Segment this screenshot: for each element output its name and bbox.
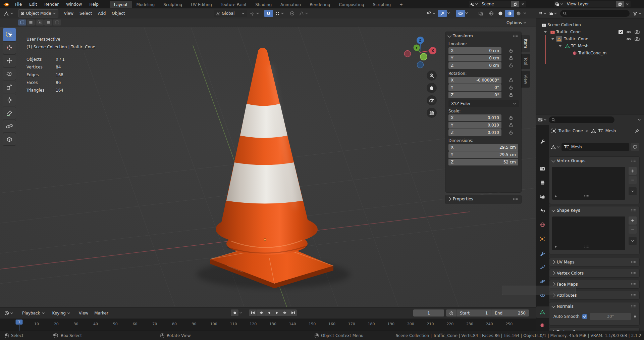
- select-mode-extend-button[interactable]: [53, 19, 61, 26]
- proportional-falloff-dropdown[interactable]: [297, 10, 310, 17]
- tool-select-box[interactable]: [3, 28, 16, 41]
- properties-subpanel[interactable]: Properties: [445, 195, 521, 204]
- panel-grip-icon[interactable]: [631, 305, 637, 308]
- hide-eye-icon[interactable]: [626, 30, 631, 34]
- shading-rendered-button[interactable]: [514, 10, 523, 17]
- camera-view-button[interactable]: [427, 95, 437, 105]
- remove-vertex-group-button[interactable]: [629, 176, 637, 184]
- lock-icon[interactable]: [509, 85, 513, 90]
- jump-to-previous-keyframe-button[interactable]: [257, 309, 265, 316]
- tab-physics-properties[interactable]: [536, 276, 549, 287]
- view-layer-icon[interactable]: [554, 2, 564, 6]
- view-menu[interactable]: View: [76, 311, 91, 315]
- panel-grip-icon[interactable]: [513, 198, 519, 200]
- object-menu[interactable]: Object: [109, 11, 128, 16]
- display-mode-button[interactable]: [547, 12, 558, 15]
- outliner-row-scene-collection[interactable]: Scene Collection: [536, 21, 644, 28]
- lock-icon[interactable]: [509, 130, 513, 135]
- tab-output-properties[interactable]: [536, 177, 549, 188]
- delete-scene-button[interactable]: [519, 1, 526, 7]
- new-scene-button[interactable]: [511, 1, 519, 7]
- collection-checkbox[interactable]: [619, 30, 623, 34]
- editor-type-button[interactable]: [536, 118, 549, 122]
- workspace-tab-animation[interactable]: Animation: [276, 1, 305, 8]
- tab-scene-properties[interactable]: [536, 204, 549, 216]
- outliner-row-mesh-tc-mesh[interactable]: TC_Mesh: [536, 43, 644, 49]
- workspace-tab-scripting[interactable]: Scripting: [369, 1, 395, 8]
- tool-rotate[interactable]: [3, 67, 16, 80]
- lock-icon[interactable]: [509, 93, 513, 97]
- add-workspace-button[interactable]: +: [395, 1, 407, 8]
- render-visibility-camera-icon[interactable]: [635, 30, 640, 34]
- tool-transform[interactable]: [3, 94, 16, 106]
- tool-scale[interactable]: [3, 81, 16, 93]
- panel-grip-icon[interactable]: [631, 294, 637, 297]
- toggle-xray-button[interactable]: [476, 10, 486, 17]
- snap-target-dropdown[interactable]: [273, 10, 286, 17]
- shape-keys-list[interactable]: [552, 216, 625, 250]
- rotation-x-field[interactable]: X-0.000003°: [448, 77, 501, 84]
- select-mode-circle-button[interactable]: [36, 19, 44, 26]
- scale-z-field[interactable]: Z0.010: [448, 129, 501, 136]
- dimensions-z-field[interactable]: Z52 cm: [448, 159, 518, 165]
- select-menu[interactable]: Select: [76, 11, 95, 16]
- vertex-groups-list[interactable]: [552, 167, 625, 200]
- scene-icon[interactable]: [469, 2, 479, 6]
- show-overlays-toggle[interactable]: [456, 10, 465, 17]
- expand-arrow-icon[interactable]: [544, 31, 547, 33]
- menu-help[interactable]: Help: [86, 0, 102, 8]
- shape-keys-header[interactable]: Shape Keys: [549, 206, 639, 214]
- current-frame-field[interactable]: 1: [413, 309, 444, 317]
- tab-particle-properties[interactable]: [536, 261, 549, 273]
- workspace-tab-modeling[interactable]: Modeling: [132, 1, 159, 8]
- lock-icon[interactable]: [509, 123, 513, 128]
- workspace-tab-compositing[interactable]: Compositing: [334, 1, 368, 8]
- tool-annotate[interactable]: [3, 107, 16, 119]
- jump-to-next-keyframe-button[interactable]: [281, 309, 289, 316]
- lock-icon[interactable]: [509, 78, 513, 83]
- npanel-tab-tool[interactable]: Tool: [521, 54, 530, 69]
- gizmo-y-negative-axis[interactable]: [420, 53, 427, 60]
- lock-icon[interactable]: [509, 115, 513, 120]
- workspace-tab-texture-paint[interactable]: Texture Paint: [216, 1, 251, 8]
- workspace-tab-rendering[interactable]: Rendering: [305, 1, 334, 8]
- rotation-mode-dropdown[interactable]: XYZ Euler: [448, 100, 519, 107]
- outliner-row-material-trafficcone-m[interactable]: TrafficCone_m: [536, 50, 644, 56]
- menu-render[interactable]: Render: [41, 0, 62, 8]
- tool-cursor[interactable]: [3, 41, 16, 54]
- add-menu[interactable]: Add: [95, 11, 109, 16]
- editor-type-button[interactable]: [2, 311, 15, 315]
- tool-measure[interactable]: [3, 120, 16, 133]
- list-resize-grip[interactable]: [584, 245, 590, 248]
- auto-keyframe-record-button[interactable]: [231, 309, 238, 316]
- tab-world-properties[interactable]: [536, 219, 549, 230]
- normals-header[interactable]: Normals: [549, 302, 639, 310]
- transform-panel-header[interactable]: Transform: [445, 32, 521, 40]
- auto-smooth-angle-field[interactable]: 30°: [590, 313, 631, 320]
- list-expand-icon[interactable]: [555, 195, 557, 198]
- location-z-field[interactable]: Z0 cm: [448, 62, 501, 69]
- properties-options-dropdown[interactable]: [638, 118, 641, 122]
- playback-menu[interactable]: Playback: [20, 309, 47, 317]
- tab-material-properties[interactable]: [536, 320, 549, 331]
- add-view-layer-button[interactable]: [616, 1, 624, 7]
- vertex-colors-panel[interactable]: Vertex Colors: [549, 269, 639, 277]
- dimensions-x-field[interactable]: X29.5 cm: [448, 144, 518, 151]
- overlays-dropdown[interactable]: [465, 11, 468, 15]
- editor-type-button[interactable]: [537, 11, 547, 15]
- tab-view-layer-properties[interactable]: [536, 191, 549, 202]
- outliner-search-input[interactable]: [560, 10, 630, 17]
- shading-solid-button[interactable]: [496, 10, 505, 17]
- panel-grip-icon[interactable]: [631, 283, 637, 286]
- gizmo-z-negative-axis[interactable]: [417, 62, 424, 68]
- breadcrumb-data[interactable]: TC_Mesh: [598, 129, 616, 133]
- menu-window[interactable]: Window: [62, 0, 86, 8]
- workspace-tab-layout[interactable]: Layout: [110, 1, 132, 8]
- select-mode-box-button[interactable]: [27, 19, 35, 26]
- panel-grip-icon[interactable]: [631, 209, 637, 212]
- navigation-gizmo[interactable]: Z Y X: [404, 23, 438, 70]
- shape-key-specials-button[interactable]: [629, 237, 637, 245]
- lock-icon[interactable]: [509, 48, 513, 53]
- vertex-groups-header[interactable]: Vertex Groups: [549, 157, 639, 165]
- editor-type-button[interactable]: [2, 10, 15, 17]
